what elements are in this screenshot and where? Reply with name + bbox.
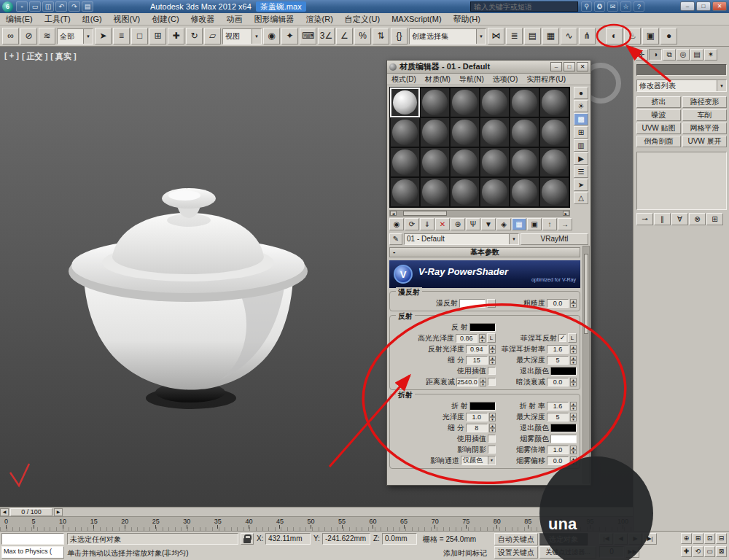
dropdown[interactable]: 仅颜色▼ xyxy=(461,456,496,465)
menu-item[interactable]: 帮助(H) xyxy=(448,13,486,26)
material-editor-icon[interactable]: ◐ xyxy=(606,28,623,44)
open-file-icon[interactable]: ▭ xyxy=(29,1,41,12)
lock-button[interactable]: L xyxy=(568,333,577,343)
material-sample-slot[interactable] xyxy=(480,88,510,117)
subscription-center-icon[interactable]: ✪ xyxy=(594,1,605,12)
time-slider-handle[interactable]: 0 / 100 xyxy=(10,508,52,516)
maxscript-mini-listener[interactable] xyxy=(1,533,64,545)
make-preview-icon[interactable]: ▶ xyxy=(574,152,588,165)
me-menu-item[interactable]: 导航(N) xyxy=(455,74,488,85)
modifier-button[interactable]: 噪波 xyxy=(636,109,681,121)
menu-item[interactable]: 图形编辑器 xyxy=(249,13,300,26)
zoom-extents-icon[interactable]: ⊡ xyxy=(704,533,715,544)
backlight-icon[interactable]: ☀ xyxy=(574,100,588,112)
material-sample-slot[interactable] xyxy=(420,88,450,117)
material-sample-slot[interactable] xyxy=(450,88,480,117)
me-menu-item[interactable]: 选项(O) xyxy=(488,74,522,85)
help-icon[interactable]: ? xyxy=(634,1,644,12)
minimize-button[interactable]: – xyxy=(680,1,695,11)
tab-utilities[interactable]: ✶ xyxy=(704,49,717,61)
spinner-down-icon[interactable]: ▼ xyxy=(570,349,577,354)
new-scene-icon[interactable]: ▫ xyxy=(16,1,28,12)
communication-center-icon[interactable]: ✉ xyxy=(607,1,618,12)
percent-snap-icon[interactable]: % xyxy=(354,28,371,44)
tab-create[interactable]: ✛ xyxy=(635,49,648,61)
select-and-scale-icon[interactable]: ▱ xyxy=(204,28,221,44)
remove-modifier-icon[interactable]: ⊗ xyxy=(689,213,706,225)
track-bar[interactable]: 0510152025303540455055606570758085909510… xyxy=(0,516,633,531)
me-minimize-button[interactable]: – xyxy=(550,62,562,71)
me-menu-item[interactable]: 实用程序(U) xyxy=(522,74,570,85)
select-and-link-icon[interactable]: ∞ xyxy=(2,28,19,44)
value-field[interactable]: 0.86 xyxy=(456,334,477,343)
material-sample-slot[interactable] xyxy=(390,117,420,147)
layer-manager-icon[interactable]: ▤ xyxy=(524,28,541,44)
app-logo-icon[interactable]: 6 xyxy=(2,1,13,12)
material-type-button[interactable]: VRayMtl xyxy=(521,233,588,245)
selection-filter-dropdown[interactable]: 全部▼ xyxy=(57,28,93,44)
value-field[interactable]: 0.0 xyxy=(547,378,569,386)
coord-z-field[interactable]: 0.0mm xyxy=(382,533,417,545)
value-field[interactable]: 1.0 xyxy=(547,446,569,454)
parameters-scrollbar[interactable] xyxy=(582,246,590,483)
spinner[interactable]: ▲▼ xyxy=(570,402,577,411)
menu-item[interactable]: MAXScript(M) xyxy=(386,13,447,26)
fov-icon[interactable]: ▭ xyxy=(704,546,715,557)
make-unique-icon[interactable]: Ψ xyxy=(466,218,480,230)
pan-icon[interactable]: ✚ xyxy=(681,546,692,557)
scrollbar-thumb[interactable] xyxy=(403,211,447,216)
spinner[interactable]: ▲▼ xyxy=(489,413,496,421)
bind-to-space-warp-icon[interactable]: ≋ xyxy=(39,28,55,44)
spinner-down-icon[interactable]: ▼ xyxy=(489,417,496,421)
massfx-toolbar-button[interactable]: Max to Physics ( xyxy=(1,546,64,559)
material-sample-slot[interactable] xyxy=(420,177,450,207)
checkbox[interactable] xyxy=(488,446,496,454)
basic-parameters-rollout[interactable]: - 基本参数 xyxy=(389,247,580,257)
material-sample-slot[interactable] xyxy=(420,117,450,147)
scroll-right-icon[interactable]: ▶ xyxy=(563,211,569,216)
tab-modify[interactable]: ◑ xyxy=(649,49,662,61)
spinner[interactable]: ▲▼ xyxy=(489,424,496,432)
checkbox[interactable] xyxy=(488,367,496,375)
spinner-down-icon[interactable]: ▼ xyxy=(480,382,486,386)
search-icon[interactable]: ⚲ xyxy=(581,1,592,12)
value-field[interactable]: 1.0 xyxy=(466,413,488,421)
material-sample-slot[interactable] xyxy=(539,88,569,117)
set-key-button[interactable]: 设置关键点 xyxy=(494,546,538,559)
redo-icon[interactable]: ↷ xyxy=(69,1,80,12)
tab-motion[interactable]: ◎ xyxy=(677,49,690,61)
material-sample-slot[interactable] xyxy=(420,147,450,177)
material-sample-slot[interactable] xyxy=(480,117,510,147)
material-sample-slot[interactable] xyxy=(480,177,510,207)
color-swatch[interactable] xyxy=(550,435,577,443)
put-material-to-scene-icon[interactable]: ⟳ xyxy=(405,218,419,230)
curve-editor-icon[interactable]: ∿ xyxy=(561,28,577,44)
modifier-list-dropdown[interactable]: 修改器列表 ▼ xyxy=(636,79,727,92)
edit-named-selections-icon[interactable]: {} xyxy=(391,28,408,44)
menu-item[interactable]: 修改器 xyxy=(185,13,221,26)
spinner-down-icon[interactable]: ▼ xyxy=(570,417,577,421)
render-setup-icon[interactable]: ♨ xyxy=(624,28,641,44)
render-production-icon[interactable]: ● xyxy=(660,28,677,44)
modifier-button[interactable]: UVW 贴图 xyxy=(636,122,681,134)
show-map-in-viewport-icon[interactable]: ▦ xyxy=(512,218,526,230)
object-name-field[interactable] xyxy=(636,64,727,76)
material-sample-slot[interactable] xyxy=(390,147,420,177)
material-sample-slot[interactable] xyxy=(390,88,420,117)
snap-toggle-icon[interactable]: 3∠ xyxy=(318,28,335,44)
menu-item[interactable]: 工具(T) xyxy=(39,13,77,26)
menu-item[interactable]: 自定义(U) xyxy=(339,13,386,26)
save-file-icon[interactable]: ◫ xyxy=(42,1,54,12)
reference-coordinate-system-dropdown[interactable]: 视图▼ xyxy=(222,28,262,44)
menu-item[interactable]: 创建(C) xyxy=(146,13,184,26)
select-by-material-icon[interactable]: ➤ xyxy=(574,179,588,191)
material-sample-slot[interactable] xyxy=(510,88,539,117)
go-to-parent-icon[interactable]: ↑ xyxy=(542,218,557,230)
sample-type-icon[interactable]: ● xyxy=(574,87,588,99)
modifier-button[interactable]: 车削 xyxy=(682,109,727,121)
modifier-button[interactable]: 路径变形 xyxy=(682,96,727,108)
menu-item[interactable]: 视图(V) xyxy=(108,13,147,26)
material-sample-slot[interactable] xyxy=(510,147,539,177)
material-sample-slot[interactable] xyxy=(510,177,539,207)
pick-material-icon[interactable]: ✎ xyxy=(389,233,402,245)
